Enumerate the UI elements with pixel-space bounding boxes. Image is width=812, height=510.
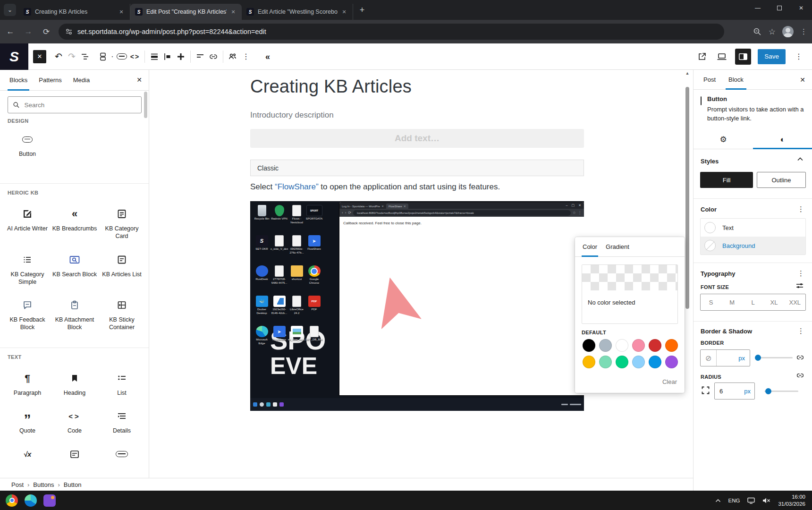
inserter-item-kb-articles-list[interactable]: KB Articles List bbox=[98, 253, 145, 286]
scrollbar-thumb[interactable] bbox=[685, 87, 689, 309]
bookmark-star-icon[interactable]: ☆ bbox=[769, 27, 776, 37]
tab-close-icon[interactable]: ✕ bbox=[340, 8, 348, 16]
embedded-screenshot-image[interactable]: SPO EVE Recycle Bin Radmin VPN Flows - N… bbox=[250, 201, 584, 411]
classic-block[interactable]: Classic bbox=[250, 160, 584, 176]
size-m[interactable]: M bbox=[721, 294, 742, 310]
post-title[interactable]: Creating KB Articles bbox=[250, 76, 590, 97]
tab-search-button[interactable]: ⌄ bbox=[4, 4, 16, 16]
back-icon[interactable]: ← bbox=[3, 24, 18, 39]
new-tab-button[interactable]: + bbox=[356, 4, 368, 16]
flowshare-link[interactable]: “FlowShare” bbox=[275, 182, 319, 191]
swatch-vivid-cyan-blue[interactable] bbox=[649, 356, 661, 368]
swatch-pale-pink[interactable] bbox=[632, 339, 645, 352]
radius-value-input[interactable] bbox=[719, 387, 733, 395]
browser-tab-1[interactable]: S Creating KB Articles ✕ bbox=[19, 4, 130, 20]
zoom-icon[interactable] bbox=[753, 27, 762, 36]
inserter-item-paragraph[interactable]: ¶ Paragraph bbox=[4, 371, 51, 397]
display-icon[interactable] bbox=[747, 497, 755, 504]
browser-tab-2-active[interactable]: S Edit Post "Creating KB Articles" ✕ bbox=[130, 4, 242, 20]
size-s[interactable]: S bbox=[701, 294, 721, 310]
size-l[interactable]: L bbox=[743, 294, 763, 310]
minimize-icon[interactable]: — bbox=[747, 0, 769, 16]
swatch-light-green-cyan[interactable] bbox=[599, 356, 612, 368]
breadcrumb-buttons[interactable]: Buttons bbox=[33, 481, 54, 488]
inserter-item-kb-category-card[interactable]: KB Category Card bbox=[98, 207, 145, 240]
tab-gradient[interactable]: Gradient bbox=[605, 237, 630, 257]
clear-color-button[interactable]: Clear bbox=[662, 378, 677, 385]
vertical-align-icon[interactable] bbox=[174, 50, 187, 63]
style-fill-button[interactable]: Fill bbox=[700, 172, 753, 188]
breadcrumb-post[interactable]: Post bbox=[11, 481, 24, 488]
taskbar-edge-icon[interactable] bbox=[24, 493, 38, 508]
site-logo[interactable]: S bbox=[0, 43, 28, 70]
inserter-item-kb-sticky-container[interactable]: KB Sticky Container bbox=[98, 298, 145, 332]
no-border-icon[interactable]: ⊘ bbox=[701, 350, 717, 366]
forward-icon[interactable]: → bbox=[21, 24, 36, 39]
link-icon[interactable] bbox=[207, 50, 220, 63]
inserter-item-kb-breadcrumbs[interactable]: « KB Breadcrumbs bbox=[51, 207, 98, 240]
maximize-icon[interactable] bbox=[769, 0, 790, 16]
url-text[interactable]: set.sportdata.org/wp-admin/post.php?post… bbox=[77, 28, 266, 35]
taskbar-app-icon[interactable] bbox=[42, 493, 57, 508]
color-options-icon[interactable]: ⋮ bbox=[797, 205, 804, 213]
undo-icon[interactable]: ↶ bbox=[52, 50, 65, 63]
text-align-icon[interactable] bbox=[194, 50, 207, 63]
button-add-text-placeholder[interactable]: Add text… bbox=[250, 129, 584, 148]
close-icon[interactable]: ✕ bbox=[136, 76, 142, 84]
inserter-search[interactable] bbox=[8, 96, 142, 113]
inserter-scrollbar[interactable] bbox=[144, 92, 147, 118]
swatch-vivid-red[interactable] bbox=[649, 339, 661, 352]
swatch-vivid-purple[interactable] bbox=[665, 356, 678, 368]
inserter-item-ai-article-writer[interactable]: AI Article Writer bbox=[4, 207, 51, 240]
settings-gear-icon[interactable]: ⚙ bbox=[694, 130, 753, 149]
inserter-item-details[interactable]: Details bbox=[98, 409, 145, 434]
edit-html-icon[interactable]: <> bbox=[128, 50, 142, 63]
content-paragraph[interactable]: Select “FlowShare” to open the applicati… bbox=[250, 182, 500, 192]
tab-close-icon[interactable]: ✕ bbox=[229, 8, 237, 16]
swatch-luminous-vivid-orange[interactable] bbox=[665, 339, 678, 352]
canvas-scrollbar[interactable]: ▲ bbox=[685, 71, 690, 476]
radius-slider[interactable] bbox=[764, 391, 798, 392]
list-view-icon[interactable] bbox=[78, 50, 92, 63]
border-width-control[interactable]: ⊘ px bbox=[700, 349, 750, 366]
toolbar-options-icon[interactable]: ⋮ bbox=[239, 50, 253, 63]
collaborators-icon[interactable] bbox=[226, 50, 239, 63]
taskbar-chrome-icon[interactable] bbox=[5, 493, 19, 508]
search-input[interactable] bbox=[24, 101, 136, 109]
redo-icon[interactable]: ↷ bbox=[65, 50, 78, 63]
inserter-item-quote[interactable]: ” Quote bbox=[4, 409, 51, 434]
language-indicator[interactable]: ENG bbox=[728, 498, 740, 503]
inserter-item-partial-1[interactable]: √x bbox=[4, 447, 51, 461]
volume-muted-icon[interactable] bbox=[762, 497, 770, 504]
inserter-item-kb-attachment-block[interactable]: KB Attachment Block bbox=[51, 298, 98, 332]
unlink-corners-icon[interactable] bbox=[702, 386, 710, 394]
preview-device-icon[interactable] bbox=[715, 50, 728, 63]
inserter-item-kb-feedback-block[interactable]: KB Feedback Block bbox=[4, 298, 51, 332]
collapse-toolbar-icon[interactable]: « bbox=[261, 50, 274, 63]
border-options-icon[interactable]: ⋮ bbox=[797, 327, 804, 335]
swatch-black[interactable] bbox=[583, 339, 595, 352]
inserter-item-heading[interactable]: Heading bbox=[51, 371, 98, 397]
taskbar-clock[interactable]: 16:00 31/03/2026 bbox=[778, 493, 805, 508]
tab-post[interactable]: Post bbox=[701, 70, 719, 90]
intro-description-placeholder[interactable]: Introductory description bbox=[250, 110, 334, 120]
block-switcher-icon[interactable] bbox=[96, 50, 110, 63]
size-xxl[interactable]: XXL bbox=[785, 294, 805, 310]
style-outline-button[interactable]: Outline bbox=[757, 172, 806, 188]
drag-handle-icon[interactable]: · bbox=[110, 50, 115, 63]
tab-close-icon[interactable]: ✕ bbox=[118, 8, 125, 16]
radius-input[interactable]: px bbox=[714, 382, 755, 400]
chevron-up-icon[interactable] bbox=[797, 157, 804, 162]
inserter-item-partial-3[interactable] bbox=[98, 447, 145, 461]
browser-menu-icon[interactable]: ⋮ bbox=[800, 27, 807, 36]
inserter-item-list[interactable]: List bbox=[98, 371, 145, 397]
text-color-row[interactable]: Text bbox=[701, 219, 805, 237]
address-bar[interactable]: set.sportdata.org/wp-admin/post.php?post… bbox=[59, 24, 724, 40]
close-icon[interactable]: ✕ bbox=[800, 76, 805, 84]
tab-patterns[interactable]: Patterns bbox=[37, 70, 63, 91]
swatch-pale-cyan-blue[interactable] bbox=[632, 356, 645, 368]
tab-color[interactable]: Color bbox=[582, 237, 598, 257]
close-icon[interactable]: ✕ bbox=[790, 0, 812, 16]
editor-options-icon[interactable]: ⋮ bbox=[792, 50, 805, 63]
swatch-vivid-green-cyan[interactable] bbox=[616, 356, 628, 368]
